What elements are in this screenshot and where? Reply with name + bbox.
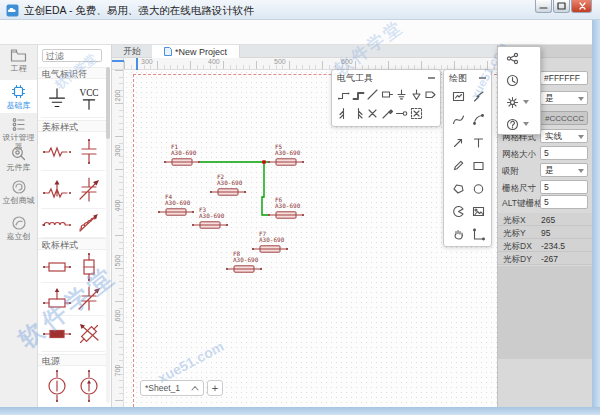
tool-bus-entry-left[interactable] [336, 104, 351, 123]
component-fuse[interactable]: F3 A30-690 [192, 207, 234, 230]
library-item-capacitor-us[interactable] [73, 133, 104, 170]
tool-bus[interactable] [351, 85, 366, 104]
tool-pin[interactable] [394, 104, 409, 123]
tab-label: *New Project [175, 47, 227, 57]
tool-rectangle[interactable] [467, 154, 489, 177]
library-item-resistor-eu[interactable] [41, 251, 72, 282]
tool-net-flag[interactable] [423, 85, 438, 104]
sidebar-item-lcsc-mall[interactable]: 立创商城 [0, 179, 37, 211]
tool-wire[interactable] [336, 85, 351, 104]
library-item-resistor-filled-eu[interactable] [41, 316, 72, 351]
menu-item-settings[interactable] [498, 91, 542, 113]
variable-inductor-us-icon [74, 211, 104, 235]
component-value: A30-690 [164, 150, 206, 156]
tool-pie[interactable] [447, 200, 469, 223]
filter-input[interactable] [42, 49, 102, 62]
tool-protective-ground[interactable] [409, 85, 424, 104]
library-item-ground[interactable] [41, 80, 72, 117]
sidebar-item-basic-library[interactable]: 基础库 [0, 80, 37, 113]
close-icon [572, 0, 593, 12]
tool-circle[interactable] [467, 177, 489, 200]
sheet-tab[interactable]: *Sheet_1 [140, 380, 204, 396]
background-color-input[interactable] [540, 71, 588, 85]
fuse-body [268, 157, 304, 167]
share-icon [506, 52, 519, 65]
add-sheet-button[interactable]: + [207, 380, 223, 396]
sidebar-item-component-library[interactable]: 元件库 [0, 145, 37, 175]
chevron-up-icon[interactable] [191, 385, 199, 391]
tool-chart[interactable] [447, 85, 469, 108]
library-item-inductor-us[interactable] [41, 209, 72, 237]
property-row-grid-size: 网格大小 [498, 146, 593, 162]
grid-visible-select[interactable]: 是 [540, 91, 588, 105]
library-item-current-source[interactable] [73, 367, 104, 405]
tool-bezier[interactable] [447, 108, 469, 131]
tool-ground[interactable] [394, 85, 409, 104]
tool-polygon[interactable] [447, 177, 469, 200]
snap-select[interactable]: 是 [540, 163, 588, 177]
menu-item-help[interactable] [498, 113, 542, 135]
alt-snap-input[interactable] [540, 195, 588, 209]
polyline-zigzag-icon [472, 90, 485, 103]
tool-polyline-zigzag[interactable] [467, 85, 489, 108]
component-fuse[interactable]: F2 A30-690 [210, 174, 252, 197]
left-sidebar: 工程 基础库 设计管理器 元件库 立创商城 嘉立创 [0, 45, 38, 407]
sidebar-item-jlc[interactable]: 嘉立创 [0, 215, 37, 247]
protective-ground-icon [410, 88, 423, 101]
maximize-button[interactable] [553, 0, 570, 13]
library-item-variable-inductor-us[interactable] [73, 209, 104, 237]
tool-drag-hand[interactable] [447, 223, 469, 246]
tool-no-connect[interactable] [365, 104, 380, 123]
close-button[interactable] [571, 0, 592, 13]
tool-corner-line[interactable] [467, 223, 489, 246]
app-window: 立创EDA - 免费、易用、强大的在线电路设计软件 立创EDA 100% BOM [0, 0, 600, 415]
tool-line[interactable] [365, 85, 380, 104]
library-scrollbar-thumb[interactable] [106, 67, 110, 139]
panel-title: 电气工具 [337, 73, 373, 83]
minimize-button[interactable] [535, 0, 552, 13]
cursor-value: -234.5 [541, 241, 565, 251]
library-item-variable-capacitor-eu[interactable] [73, 283, 104, 315]
tool-pencil[interactable] [447, 154, 469, 177]
library-item-resistor-us[interactable] [41, 133, 72, 170]
library-item-potentiometer-us[interactable] [41, 171, 72, 208]
library-item-variable-capacitor-us[interactable] [73, 171, 104, 208]
menu-item-history[interactable] [498, 69, 542, 91]
section-header-power: 电源 [38, 354, 106, 366]
tool-bus-entry-right[interactable] [351, 104, 366, 123]
component-fuse[interactable]: F8 A30-690 [226, 251, 268, 274]
tool-arrow[interactable] [447, 131, 469, 154]
tool-image[interactable] [467, 200, 489, 223]
tool-probe[interactable] [380, 104, 395, 123]
library-row [41, 283, 105, 316]
resistor-us-icon [42, 137, 72, 167]
cursor-y-row: 光标Y 95 [498, 226, 593, 239]
caret-down-icon [578, 97, 584, 101]
probe-icon [381, 107, 394, 120]
library-row: VCC [41, 80, 105, 118]
tool-net-label[interactable] [380, 85, 395, 104]
cursor-value: 265 [541, 215, 555, 225]
potentiometer-us-icon [42, 175, 72, 205]
tool-text[interactable] [467, 131, 489, 154]
library-item-voltage-source[interactable] [41, 367, 72, 405]
component-fuse[interactable]: F6 A30-690 [268, 197, 310, 220]
bezier-icon [452, 113, 465, 126]
snap-size-input[interactable] [540, 180, 588, 194]
sidebar-item-project[interactable]: 工程 [0, 48, 37, 78]
grid-color-swatch[interactable]: #CCCCCC [540, 111, 588, 125]
grid-style-select[interactable]: 实线 [540, 129, 588, 143]
minimize-panel-icon[interactable] [428, 77, 435, 79]
menu-item-share[interactable] [498, 47, 542, 69]
library-item-vcc[interactable]: VCC [73, 80, 104, 117]
component-fuse[interactable]: F5 A30-690 [268, 144, 310, 167]
minimize-panel-icon[interactable] [479, 77, 486, 79]
library-item-fuse-eu[interactable] [73, 251, 104, 282]
grid-size-input[interactable] [540, 146, 588, 160]
library-item-variable-resistor-diagonal[interactable] [73, 316, 104, 351]
window-border-right [592, 20, 600, 407]
component-fuse[interactable]: F1 A30-690 [164, 144, 206, 167]
library-item-potentiometer-eu[interactable] [41, 283, 72, 315]
tool-arc[interactable] [467, 108, 489, 131]
tool-group-select[interactable] [409, 104, 424, 123]
